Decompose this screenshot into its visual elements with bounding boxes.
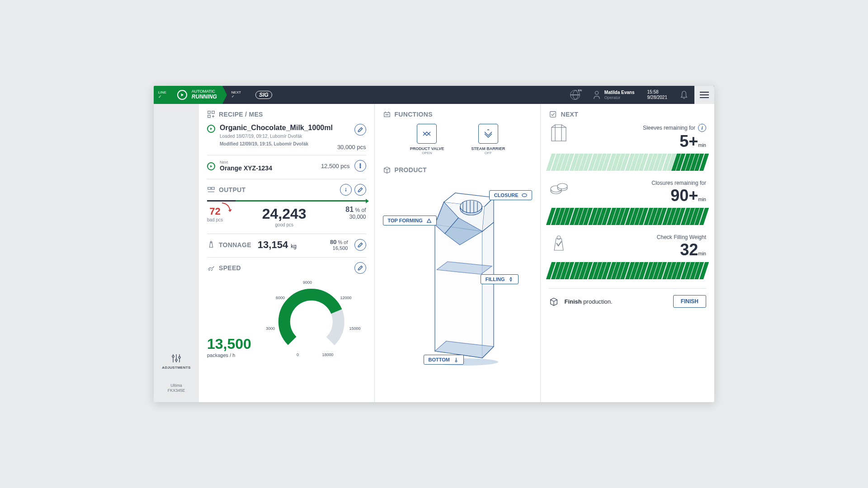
next-item-icon [549,180,569,200]
user-icon [593,90,601,99]
menu-button[interactable] [694,86,714,104]
svg-point-29 [557,183,567,189]
tonnage-section-title: TONNAGE [207,241,251,249]
product-valve-function[interactable]: PRODUCT VALVE OPEN [410,124,444,155]
closure-tag[interactable]: CLOSURE [489,190,533,200]
svg-point-18 [386,114,387,115]
svg-point-12 [345,188,346,189]
recipe-icon [207,110,215,118]
svg-rect-24 [550,112,556,117]
bad-pieces: 72 bad pcs [207,206,223,222]
bell-icon [680,90,688,99]
edit-recipe-button[interactable] [354,124,366,136]
line-status: LINE✓ [154,86,169,104]
product-section-title: PRODUCT [383,166,533,174]
hamburger-icon [700,92,709,98]
next-item-icon [549,234,569,254]
steam-barrier-function[interactable]: STEAM BARRIER OFF [471,124,505,155]
progress-stripes [549,208,706,225]
recipe-loaded-meta: Loaded 18/07/19, 09:12, Lubomír Dvořák [220,133,333,140]
speed-value: 13,500 packages / h [207,336,251,358]
svg-point-21 [460,200,482,213]
pencil-icon [358,265,363,271]
product-illustration: CLOSURE TOP FORMING FILLING BOTTOM [383,179,533,369]
output-icon [207,186,215,194]
pencil-icon [358,242,363,248]
clock: 15:589/28/2021 [641,86,674,104]
svg-point-1 [172,356,174,357]
svg-rect-25 [552,127,566,141]
next-status: NEXT✓ [222,86,246,104]
svg-point-30 [557,236,561,239]
svg-rect-13 [345,189,346,192]
finish-text: Finish production. [564,298,667,305]
speed-edit-button[interactable] [354,262,366,274]
svg-rect-5 [212,111,214,113]
notifications-button[interactable] [674,86,694,104]
valve-icon [421,128,432,139]
functions-icon [383,110,391,118]
right-column: NEXT Sleeves remaining fori 5+min Closur… [540,104,714,402]
next-item-2: Check Filling Weight 32min [549,234,706,279]
sidebar: ADJUSTMENTS UltimaFKX345E [154,104,199,402]
check-icon [549,110,557,118]
sliders-icon [171,353,182,364]
output-percent: 81 % of 30,000 [345,206,366,220]
brand-logo: SIG [246,86,278,104]
top-forming-tag[interactable]: TOP FORMING [383,216,437,225]
bottom-tag[interactable]: BOTTOM [424,355,464,365]
dots-icon [358,163,363,169]
info-icon[interactable]: i [698,124,706,132]
language-selector[interactable]: EN [564,86,586,104]
output-section-title: OUTPUT [207,186,245,194]
weight-icon [207,241,215,249]
next-recipe-menu-button[interactable] [354,160,366,172]
svg-rect-4 [208,111,210,113]
user-info[interactable]: Matilda EvansOperator [586,86,641,104]
tonnage-percent: 80 % of 16,500 [303,239,348,251]
tonnage-edit-button[interactable] [354,239,366,251]
svg-point-0 [595,91,598,94]
speed-gauge: 0 3000 6000 9000 12000 15000 18000 [257,277,366,358]
progress-stripes [549,154,706,171]
svg-point-8 [360,165,361,166]
middle-column: FUNCTIONS PRODUCT VALVE OPEN STEAM BARRI… [374,104,541,402]
next-recipe-name: Orange XYZ-1234 [220,164,316,172]
output-info-button[interactable] [340,184,352,196]
tonnage-value: 13,154 kg [258,239,297,251]
drop-icon [508,277,514,282]
machine-label: UltimaFKX345E [168,383,185,393]
pencil-icon [358,127,363,132]
next-item-0: Sleeves remaining fori 5+min [549,124,706,171]
pencil-icon [358,187,363,192]
globe-icon: EN [570,90,580,100]
svg-point-3 [179,357,180,358]
steam-icon [483,128,494,139]
recipe-section-title: RECIPE / MES [207,110,366,118]
next-item-icon [549,124,569,144]
package-icon [549,296,559,306]
svg-rect-11 [212,188,214,190]
good-pieces: 24,243 good pcs [262,206,307,227]
filling-tag[interactable]: FILLING [481,274,519,284]
thermo-icon [453,357,459,362]
progress-stripes [549,262,706,279]
svg-point-7 [360,164,361,164]
next-recipe-qty: 12,500 pcs [321,163,350,169]
play-icon [207,162,215,170]
recipe-modified-meta: Modified 12/09/19, 19:15, Lubomír Dvořák [220,141,333,147]
output-edit-button[interactable] [354,184,366,196]
play-icon [207,125,215,133]
svg-point-19 [387,114,388,115]
info-icon [343,187,349,192]
speed-section-title: SPEED [207,264,241,272]
svg-point-2 [175,359,177,361]
run-status[interactable]: AUTOMATICRUNNING [169,86,222,104]
next-item-1: Closures remaining for 90+min [549,180,706,225]
speed-icon [207,264,215,272]
box-icon [383,166,391,174]
finish-button[interactable]: FINISH [673,295,706,308]
svg-point-9 [360,167,361,168]
svg-point-14 [210,241,212,243]
adjustments-button[interactable]: ADJUSTMENTS [162,366,190,370]
